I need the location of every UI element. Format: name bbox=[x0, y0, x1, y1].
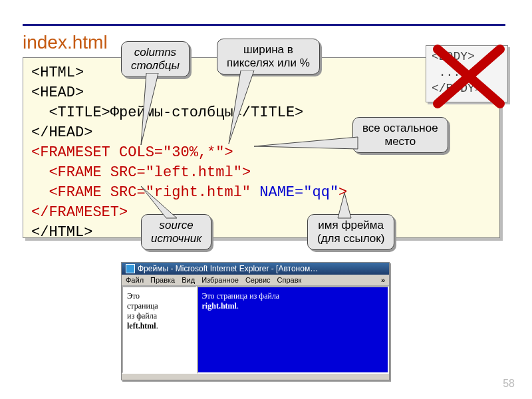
body-aside: <BODY> ...</BODY> bbox=[426, 45, 508, 102]
left-frame-text: Этостраницаиз файла bbox=[127, 291, 158, 321]
right-frame-text: Это страница из файла bbox=[202, 291, 280, 301]
callout-text: все остальноеместо bbox=[362, 122, 438, 148]
callout-text: sourceисточник bbox=[151, 219, 201, 245]
callout-text: имя фрейма(для ссылок) bbox=[317, 219, 384, 245]
menu-item[interactable]: Избранное bbox=[201, 276, 239, 284]
menu-item[interactable]: Правка bbox=[150, 276, 175, 284]
callout-tail bbox=[335, 193, 355, 219]
callout-width: ширина впикселях или % bbox=[217, 39, 320, 74]
code-text: <TITLE> bbox=[31, 104, 110, 121]
svg-marker-4 bbox=[254, 137, 358, 149]
browser-titlebar: Фреймы - Microsoft Internet Explorer - [… bbox=[122, 263, 389, 275]
ie-icon bbox=[126, 264, 135, 273]
browser-window: Фреймы - Microsoft Internet Explorer - [… bbox=[121, 262, 390, 380]
header-rule bbox=[23, 24, 505, 26]
svg-marker-2 bbox=[141, 73, 158, 145]
svg-marker-3 bbox=[229, 70, 254, 144]
page-title: index.html bbox=[23, 32, 108, 53]
left-frame: Этостраницаиз файла left.html. bbox=[122, 286, 197, 374]
code-src-right: SRC="right.html" bbox=[110, 184, 259, 201]
menu-item[interactable]: Сервис bbox=[245, 276, 271, 284]
callout-tail bbox=[140, 73, 166, 146]
code-text: Фреймы-столбцы bbox=[110, 104, 233, 121]
code-text: <HEAD> bbox=[31, 84, 84, 101]
code-text: </HTML> bbox=[31, 224, 92, 241]
callout-source: sourceисточник bbox=[141, 214, 211, 250]
callout-name: имя фрейма(для ссылок) bbox=[307, 214, 394, 250]
code-frame-left: <FRAME bbox=[31, 164, 110, 181]
code-frameset-close: </FRAMESET> bbox=[31, 204, 128, 221]
callout-text: columnsстолбцы bbox=[131, 46, 180, 72]
code-text: <HTML> bbox=[31, 65, 84, 81]
code-src-left: SRC="left.html" bbox=[110, 164, 242, 181]
left-frame-filename: left.html bbox=[127, 321, 156, 331]
menu-item[interactable]: Справк bbox=[277, 276, 302, 284]
chevron-icon[interactable]: » bbox=[381, 276, 385, 284]
right-frame-filename: right.html bbox=[202, 301, 237, 311]
code-text: </HEAD> bbox=[31, 124, 92, 141]
menu-item[interactable]: Вид bbox=[182, 276, 195, 284]
menu-item[interactable]: Файл bbox=[126, 276, 144, 284]
callout-text: ширина впикселях или % bbox=[227, 43, 310, 69]
code-cols-attr: COLS="30%,*" bbox=[119, 144, 224, 161]
code-frame-right: <FRAME bbox=[31, 184, 110, 201]
callout-rest: все остальноеместо bbox=[352, 117, 448, 153]
svg-marker-5 bbox=[141, 186, 177, 218]
code-text: > bbox=[242, 164, 251, 181]
browser-frames: Этостраницаиз файла left.html. Это стран… bbox=[122, 286, 389, 374]
svg-marker-6 bbox=[338, 193, 351, 218]
code-text: > bbox=[224, 144, 233, 161]
code-name-attr: NAME="qq" bbox=[259, 184, 338, 201]
callout-columns: columnsстолбцы bbox=[121, 41, 190, 77]
callout-tail bbox=[253, 133, 359, 153]
page-number: 58 bbox=[503, 378, 515, 390]
code-frameset-open: <FRAMESET bbox=[31, 144, 119, 161]
browser-menubar: Файл Правка Вид Избранное Сервис Справк … bbox=[122, 275, 389, 286]
right-frame: Это страница из файла right.html. bbox=[197, 286, 389, 374]
callout-tail bbox=[140, 186, 180, 219]
browser-title: Фреймы - Microsoft Internet Explorer - [… bbox=[138, 264, 318, 273]
